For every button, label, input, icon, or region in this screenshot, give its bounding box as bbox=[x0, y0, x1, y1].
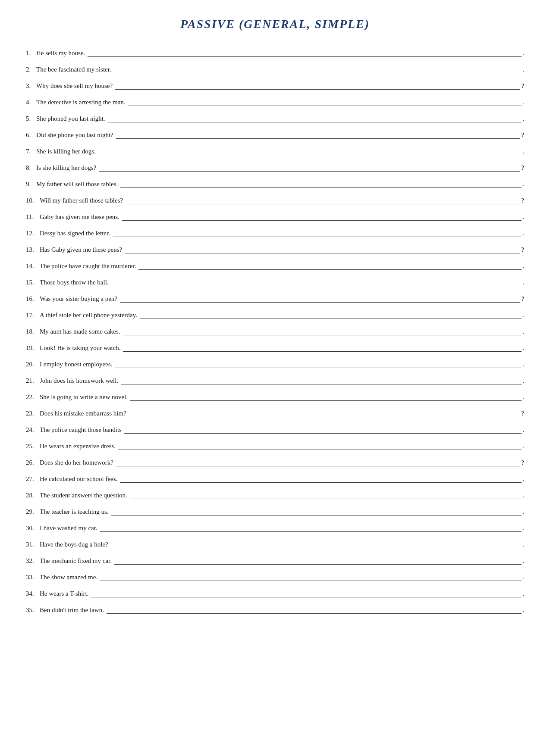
answer-line[interactable] bbox=[140, 319, 522, 319]
exercise-item: 4.The detective is arresting the man.. bbox=[26, 93, 524, 107]
exercise-item: 5.She phoned you last night.. bbox=[26, 109, 524, 123]
item-sentence: My aunt has made some cakes. bbox=[40, 328, 123, 336]
answer-line[interactable] bbox=[111, 286, 522, 286]
answer-line[interactable] bbox=[121, 384, 522, 384]
exercise-item: 17.A thief stole her cell phone yesterda… bbox=[26, 306, 524, 320]
end-punctuation: . bbox=[522, 312, 524, 320]
item-number: 35. bbox=[26, 606, 40, 615]
answer-line[interactable] bbox=[138, 269, 522, 270]
exercise-item: 3.Why does she sell my house?? bbox=[26, 77, 524, 91]
end-punctuation: . bbox=[522, 426, 524, 434]
exercise-item: 15.Those boys throw the ball.. bbox=[26, 273, 524, 287]
item-number: 14. bbox=[26, 262, 40, 271]
answer-line[interactable] bbox=[120, 187, 522, 188]
answer-line[interactable] bbox=[128, 106, 522, 106]
item-sentence: Does his mistake embarrass him? bbox=[40, 410, 129, 418]
answer-line[interactable] bbox=[130, 499, 522, 499]
item-sentence: He wears an expensive dress. bbox=[40, 443, 118, 451]
answer-line[interactable] bbox=[113, 237, 522, 237]
item-sentence: Look! He is taking your watch. bbox=[40, 344, 123, 353]
answer-line[interactable] bbox=[116, 466, 521, 466]
exercise-item: 30.I have washed my car.. bbox=[26, 519, 524, 533]
answer-line[interactable] bbox=[122, 220, 522, 221]
exercise-item: 33.The show amazed me.. bbox=[26, 568, 524, 582]
exercise-item: 24.The police caught those bandits. bbox=[26, 421, 524, 434]
item-number: 28. bbox=[26, 492, 40, 500]
answer-line[interactable] bbox=[114, 73, 522, 73]
end-punctuation: . bbox=[522, 377, 524, 385]
end-punctuation: . bbox=[522, 361, 524, 369]
answer-line[interactable] bbox=[115, 89, 520, 90]
answer-line[interactable] bbox=[130, 400, 522, 401]
item-number: 5. bbox=[26, 115, 36, 123]
exercise-item: 10.Will my father sell those tables?? bbox=[26, 191, 524, 205]
exercise-item: 28.The student answers the question.. bbox=[26, 486, 524, 500]
item-sentence: The police have caught the murderer. bbox=[40, 262, 138, 271]
answer-line[interactable] bbox=[111, 515, 522, 515]
end-punctuation: . bbox=[522, 279, 524, 287]
end-punctuation: ? bbox=[520, 164, 524, 172]
exercise-item: 1.He sells my house.. bbox=[26, 44, 524, 58]
end-punctuation: . bbox=[522, 344, 524, 353]
item-sentence: He wears a T-shirt. bbox=[40, 590, 91, 598]
exercise-item: 31.Have the boys dug a hole?. bbox=[26, 535, 524, 549]
item-number: 29. bbox=[26, 508, 40, 516]
exercise-item: 20.I employ honest employees.. bbox=[26, 355, 524, 369]
answer-line[interactable] bbox=[120, 482, 522, 483]
answer-line[interactable] bbox=[123, 351, 522, 352]
answer-line[interactable] bbox=[108, 122, 522, 122]
end-punctuation: . bbox=[522, 148, 524, 156]
answer-line[interactable] bbox=[123, 335, 522, 335]
item-sentence: Will my father sell those tables? bbox=[40, 197, 126, 205]
answer-line[interactable] bbox=[118, 450, 522, 450]
item-number: 32. bbox=[26, 557, 40, 565]
answer-line[interactable] bbox=[124, 433, 522, 434]
answer-line[interactable] bbox=[107, 613, 522, 614]
answer-line[interactable] bbox=[126, 204, 520, 204]
exercise-item: 22.She is going to write a new novel.. bbox=[26, 388, 524, 402]
item-number: 3. bbox=[26, 82, 36, 91]
end-punctuation: . bbox=[522, 475, 524, 484]
answer-line[interactable] bbox=[129, 417, 521, 417]
answer-line[interactable] bbox=[120, 302, 520, 303]
item-sentence: Dessy has signed the letter. bbox=[40, 230, 113, 238]
end-punctuation: . bbox=[522, 115, 524, 123]
answer-line[interactable] bbox=[91, 597, 522, 597]
answer-line[interactable] bbox=[100, 581, 522, 581]
answer-line[interactable] bbox=[116, 138, 521, 139]
answer-line[interactable] bbox=[99, 171, 520, 172]
answer-line[interactable] bbox=[125, 253, 520, 253]
item-number: 17. bbox=[26, 312, 40, 320]
item-number: 9. bbox=[26, 181, 36, 189]
answer-line[interactable] bbox=[115, 368, 522, 368]
item-sentence: Those boys throw the ball. bbox=[40, 279, 111, 287]
item-number: 11. bbox=[26, 213, 40, 222]
end-punctuation: ? bbox=[520, 295, 524, 303]
item-sentence: The teacher is teaching us. bbox=[40, 508, 111, 516]
end-punctuation: . bbox=[522, 508, 524, 516]
answer-line[interactable] bbox=[114, 564, 522, 565]
item-number: 16. bbox=[26, 295, 40, 303]
end-punctuation: . bbox=[522, 230, 524, 238]
item-number: 15. bbox=[26, 279, 40, 287]
exercise-item: 7.She is killing her dogs.. bbox=[26, 142, 524, 156]
exercise-item: 2.The bee fascinated my sister.. bbox=[26, 60, 524, 74]
item-sentence: Have the boys dug a hole? bbox=[40, 541, 111, 549]
item-number: 30. bbox=[26, 525, 40, 533]
end-punctuation: ? bbox=[520, 82, 524, 91]
item-sentence: He calculated our school fees. bbox=[40, 475, 120, 484]
item-sentence: The detective is arresting the man. bbox=[36, 99, 128, 107]
end-punctuation: . bbox=[522, 394, 524, 402]
answer-line[interactable] bbox=[98, 155, 522, 155]
item-number: 20. bbox=[26, 361, 40, 369]
answer-line[interactable] bbox=[88, 56, 522, 57]
item-number: 22. bbox=[26, 394, 40, 402]
exercise-item: 11.Gaby has given me these pens.. bbox=[26, 208, 524, 222]
answer-line[interactable] bbox=[111, 548, 522, 548]
exercise-item: 27.He calculated our school fees.. bbox=[26, 470, 524, 484]
exercise-item: 12.Dessy has signed the letter.. bbox=[26, 224, 524, 238]
end-punctuation: . bbox=[522, 213, 524, 222]
item-number: 25. bbox=[26, 443, 40, 451]
answer-line[interactable] bbox=[100, 531, 522, 532]
item-sentence: Is she killing her dogs? bbox=[36, 164, 99, 172]
